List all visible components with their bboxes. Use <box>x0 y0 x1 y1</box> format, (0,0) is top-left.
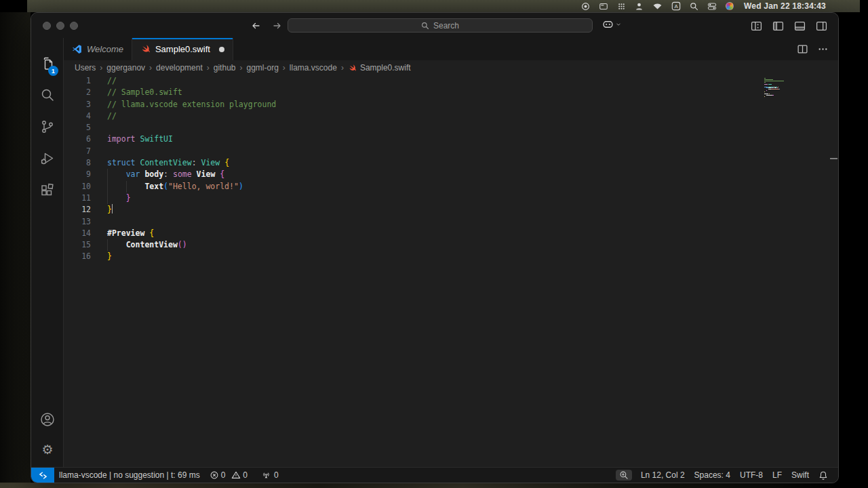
input-source-icon[interactable]: A <box>671 1 681 11</box>
indentation-status[interactable]: Spaces: 4 <box>690 470 735 480</box>
remote-indicator-icon <box>38 470 48 481</box>
sidebar-item-explorer[interactable]: 1 <box>31 50 64 77</box>
remote-indicator[interactable] <box>31 468 54 483</box>
control-center-icon[interactable] <box>707 2 717 11</box>
command-center-search[interactable]: Search <box>288 18 593 33</box>
close-window-icon[interactable] <box>43 22 51 30</box>
toggle-sidebar-left-icon[interactable] <box>770 18 785 33</box>
forward-arrow-icon[interactable] <box>270 18 285 33</box>
encoding-status[interactable]: UTF-8 <box>735 470 768 480</box>
customize-layout-icon[interactable] <box>749 18 764 33</box>
wifi-icon[interactable] <box>652 2 663 10</box>
activity-bar: 1 ⚙ <box>31 38 64 467</box>
tab-label: Welcome <box>87 44 123 54</box>
code-text: var body: some View { <box>107 169 224 180</box>
code-line[interactable]: 11} <box>64 192 838 204</box>
problems-status[interactable]: 0 0 <box>205 470 256 480</box>
llama-vscode-status[interactable]: llama-vscode | no suggestion | t: 69 ms <box>54 470 205 480</box>
svg-text:A: A <box>674 3 678 9</box>
code-line[interactable]: 6import SwiftUI <box>64 134 838 145</box>
code-line[interactable]: 5 <box>64 122 838 134</box>
sidebar-item-source-control[interactable] <box>31 113 64 140</box>
ports-status[interactable]: 0 <box>256 470 283 480</box>
window-icon[interactable] <box>599 2 608 11</box>
explorer-badge: 1 <box>48 66 58 76</box>
code-line[interactable]: 7 <box>64 146 838 157</box>
code-line[interactable]: 2// Sample0.swift <box>64 87 838 98</box>
breadcrumb-item[interactable]: Users <box>75 63 96 73</box>
overview-ruler-mark <box>830 158 837 159</box>
sidebar-item-search[interactable] <box>31 81 64 108</box>
split-editor-icon[interactable] <box>795 42 810 57</box>
search-icon[interactable] <box>690 2 698 11</box>
breadcrumb-item[interactable]: ggerganov <box>106 63 145 73</box>
line-number: 2 <box>64 87 91 98</box>
code-line[interactable]: 14#Preview { <box>64 228 838 239</box>
breadcrumb-item[interactable]: ggml-org <box>246 63 278 73</box>
line-number: 8 <box>64 157 91 169</box>
line-number: 16 <box>64 251 91 262</box>
sidebar-item-run-debug[interactable] <box>31 145 64 172</box>
language-mode-status[interactable]: Swift <box>787 470 814 480</box>
code-line[interactable]: 12} <box>64 204 838 216</box>
code-line[interactable]: 8struct ContentView: View { <box>64 157 838 169</box>
code-line[interactable]: 4// <box>64 110 838 122</box>
record-circle-icon[interactable] <box>581 2 590 11</box>
more-actions-icon[interactable] <box>815 42 830 57</box>
line-number: 15 <box>64 239 91 251</box>
line-number: 7 <box>64 146 91 157</box>
grid-icon[interactable] <box>617 2 626 11</box>
swift-logo-icon <box>348 64 357 73</box>
desktop-left-strip <box>0 12 31 483</box>
code-line[interactable]: 3// llama.vscode extension playground <box>64 99 838 110</box>
notifications-button[interactable] <box>814 470 833 481</box>
search-icon <box>421 22 429 30</box>
code-editor[interactable]: 1//2// Sample0.swift3// llama.vscode ext… <box>64 75 838 467</box>
toggle-sidebar-right-icon[interactable] <box>814 18 829 33</box>
line-number: 4 <box>64 110 91 122</box>
code-line[interactable]: 16} <box>64 251 838 262</box>
code-line[interactable]: 9var body: some View { <box>64 169 838 180</box>
title-bar: Search <box>31 13 838 38</box>
color-app-icon[interactable] <box>726 2 734 10</box>
tab-welcome[interactable]: Welcome <box>64 38 132 60</box>
back-arrow-icon[interactable] <box>248 18 263 33</box>
copilot-menu[interactable] <box>602 18 622 30</box>
breadcrumb-file[interactable]: Sample0.swift <box>348 63 411 73</box>
minimize-window-icon[interactable] <box>56 22 64 30</box>
editor-tab-bar: Welcome Sample0.swift <box>64 38 838 60</box>
account-button[interactable] <box>31 406 64 433</box>
code-line[interactable]: 1// <box>64 75 838 87</box>
menubar-clock[interactable]: Wed Jan 22 18:34:43 <box>744 1 826 11</box>
sidebar-item-extensions[interactable] <box>31 177 64 204</box>
line-number: 1 <box>64 75 91 87</box>
code-text: } <box>107 204 113 216</box>
chevron-down-icon <box>615 21 622 28</box>
code-line[interactable]: 10Text("Hello, world!") <box>64 181 838 192</box>
eol-status[interactable]: LF <box>768 470 787 480</box>
code-text: // Sample0.swift <box>107 87 182 98</box>
cursor-position-status[interactable]: Ln 12, Col 2 <box>636 470 690 480</box>
user-icon[interactable] <box>635 2 644 11</box>
zoom-indicator[interactable] <box>616 470 632 481</box>
settings-button[interactable]: ⚙ <box>31 436 64 463</box>
code-text: } <box>107 251 112 262</box>
breadcrumb-item[interactable]: llama.vscode <box>290 63 337 73</box>
vscode-window: Search 1 <box>31 12 839 483</box>
breadcrumb-item[interactable]: github <box>214 63 236 73</box>
code-line[interactable]: 13 <box>64 216 838 228</box>
code-text: import SwiftUI <box>107 134 173 145</box>
tab-sample0-swift[interactable]: Sample0.swift <box>132 38 233 60</box>
code-text: // llama.vscode extension playground <box>107 99 276 110</box>
code-text: // <box>107 110 117 122</box>
account-icon <box>39 411 56 428</box>
modified-dot-icon[interactable] <box>219 47 224 52</box>
breadcrumb-item[interactable]: development <box>156 63 203 73</box>
minimap[interactable] <box>764 78 829 97</box>
toggle-panel-icon[interactable] <box>792 18 807 33</box>
traffic-lights[interactable] <box>43 22 78 30</box>
line-number: 11 <box>64 192 91 204</box>
zoom-window-icon[interactable] <box>70 22 78 30</box>
code-line[interactable]: 15ContentView() <box>64 239 838 251</box>
indent-guide <box>126 181 145 192</box>
